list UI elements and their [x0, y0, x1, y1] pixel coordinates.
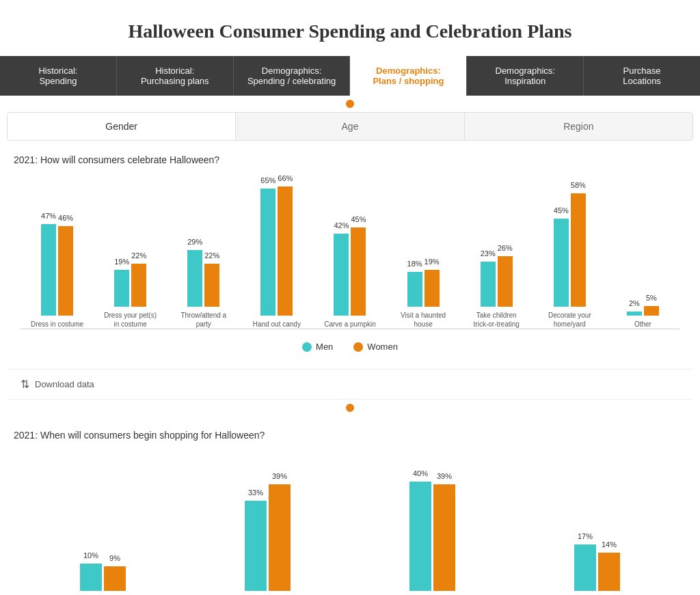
nav-tab-spending-celebrating[interactable]: Demographics:Spending / celebrating — [234, 56, 351, 96]
nav-tab-purchase-locations[interactable]: PurchaseLocations — [584, 56, 700, 96]
women-bar-label: 39% — [437, 472, 452, 480]
chart2-section: 2021: When will consumers begin shopping… — [0, 416, 700, 595]
women-bar: 14% — [598, 553, 620, 591]
bar-category-label: Visit a haunted house — [396, 311, 450, 329]
men-bar-label: 2% — [629, 299, 640, 307]
chart1-bars: 47%46%Dress in costume19%22%Dress your p… — [21, 179, 679, 329]
men-bar: 18% — [407, 272, 422, 307]
section-divider-dot — [0, 400, 700, 416]
women-bar-label: 5% — [646, 294, 657, 302]
bar-group: 65%66%Hand out candy — [240, 186, 313, 329]
women-bar: 19% — [425, 270, 440, 307]
bar-group: 18%19%Visit a haunted house — [387, 270, 460, 329]
men-bar: 42% — [334, 234, 349, 316]
women-bar: 58% — [571, 193, 586, 307]
bars-pair: 42%45% — [334, 227, 366, 316]
bars-pair: 2%5% — [627, 306, 659, 316]
bar-group: 47%46%Dress in costume — [21, 224, 94, 329]
bar-category-label: Dress your pet(s) in costume — [103, 311, 158, 329]
bar-category-label: Decorate your home/yard — [542, 311, 597, 329]
women-bar: 9% — [104, 566, 126, 591]
sub-tab-age[interactable]: Age — [236, 113, 464, 140]
men-bar: 47% — [41, 224, 56, 316]
women-bar: 45% — [351, 227, 366, 316]
men-bar: 65% — [260, 189, 275, 316]
men-bar: 29% — [187, 250, 202, 307]
nav-dot-indicator — [0, 96, 700, 112]
women-bar-label: 46% — [58, 214, 73, 222]
bars-pair: 19%22% — [114, 264, 146, 307]
sub-tab-gender[interactable]: Gender — [8, 113, 236, 140]
sub-tab-group: Gender Age Region — [7, 112, 693, 141]
bars-pair: 47%46% — [41, 224, 73, 316]
bar-category-label: Dress in costume — [31, 320, 83, 329]
men-bar: 10% — [80, 564, 102, 591]
bar-group: 40%39%First 2 weeks of October — [350, 482, 515, 595]
divider-dot — [346, 404, 354, 412]
women-bar-label: 14% — [602, 540, 617, 549]
women-bar-label: 9% — [109, 554, 120, 562]
page-title: Halloween Consumer Spending and Celebrat… — [0, 0, 700, 56]
men-legend-dot — [302, 342, 312, 352]
women-bar-label: 22% — [204, 251, 219, 260]
chart1-section: 2021: How will consumers celebrate Hallo… — [0, 141, 700, 369]
bars-pair: 18%19% — [407, 270, 440, 307]
nav-tab-purchasing[interactable]: Historical:Purchasing plans — [117, 56, 234, 96]
bars-pair: 29%22% — [187, 250, 219, 307]
men-bar-label: 29% — [187, 238, 202, 246]
men-bar: 2% — [627, 312, 642, 316]
bar-group: 10%9%Before September — [21, 564, 185, 595]
bars-pair: 10%9% — [80, 564, 126, 591]
women-bar: 39% — [269, 484, 291, 591]
bars-pair: 33%39% — [245, 484, 291, 591]
men-bar-label: 17% — [578, 532, 593, 540]
bars-pair: 45%58% — [554, 193, 586, 307]
active-tab-dot — [346, 100, 354, 108]
men-bar-label: 47% — [41, 212, 56, 220]
women-bar: 46% — [58, 226, 73, 316]
women-bar: 26% — [498, 256, 513, 307]
women-bar-label: 19% — [425, 258, 440, 266]
download-label: Download data — [35, 379, 94, 389]
women-bar-label: 26% — [498, 244, 513, 252]
bar-group: 17%14%Last 2 weeks of October — [515, 544, 679, 595]
download-row[interactable]: ⇅ Download data — [7, 369, 693, 400]
men-bar: 17% — [574, 544, 596, 591]
bar-group: 19%22%Dress your pet(s) in costume — [94, 264, 167, 329]
bar-category-label: Hand out candy — [253, 320, 301, 329]
bar-group: 29%22%Throw/attend a party — [167, 250, 240, 329]
bar-group: 2%5%Other — [606, 306, 679, 329]
nav-tab-inspiration[interactable]: Demographics:Inspiration — [467, 56, 584, 96]
bars-pair: 65%66% — [260, 186, 293, 316]
chart1-area: 47%46%Dress in costume19%22%Dress your p… — [14, 179, 686, 329]
women-bar-label: 45% — [351, 215, 366, 223]
chart2-bars: 10%9%Before September33%39%September40%3… — [21, 454, 679, 595]
men-bar-label: 42% — [334, 221, 349, 230]
men-bar-label: 45% — [554, 206, 569, 215]
chart2-area: 10%9%Before September33%39%September40%3… — [14, 454, 686, 595]
men-bar-label: 19% — [114, 258, 129, 266]
bar-group: 33%39%September — [185, 484, 350, 595]
women-bar: 5% — [644, 306, 659, 316]
men-legend-label: Men — [316, 342, 333, 352]
women-bar: 22% — [204, 264, 219, 307]
bar-group: 23%26%Take children trick-or-treating — [460, 256, 533, 329]
chart2-title: 2021: When will consumers begin shopping… — [14, 430, 686, 441]
legend-women: Women — [353, 342, 398, 352]
women-legend-label: Women — [367, 342, 398, 352]
men-bar-label: 18% — [407, 260, 422, 268]
bars-pair: 17%14% — [574, 544, 620, 591]
women-bar-label: 58% — [571, 181, 586, 189]
sub-tab-region[interactable]: Region — [465, 113, 692, 140]
women-legend-dot — [353, 342, 363, 352]
bar-category-label: Carve a pumpkin — [324, 320, 376, 329]
nav-tab-plans-shopping[interactable]: Demographics:Plans / shopping — [350, 56, 467, 96]
bar-category-label: Throw/attend a party — [176, 311, 231, 329]
bar-category-label: Take children trick-or-treating — [469, 311, 524, 329]
nav-tab-spending[interactable]: Historical:Spending — [0, 56, 117, 96]
women-bar: 39% — [433, 484, 455, 591]
chart1-legend: Men Women — [14, 335, 686, 362]
main-nav: Historical:Spending Historical:Purchasin… — [0, 56, 700, 96]
download-icon: ⇅ — [21, 378, 29, 391]
women-bar-label: 22% — [131, 251, 146, 260]
